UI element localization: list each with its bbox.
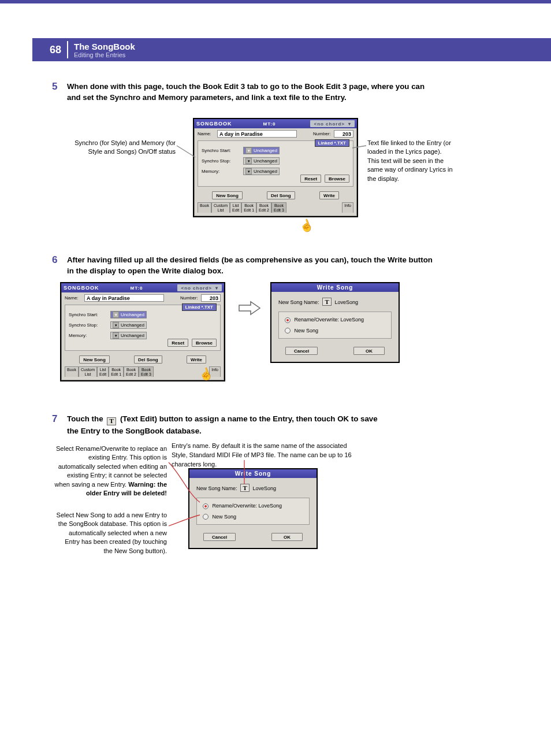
step-6-text: After having filled up all the desired f…: [67, 254, 437, 277]
number-label: Number:: [180, 295, 199, 301]
synchro-stop-label: Synchro Stop:: [69, 323, 108, 328]
callout-text-linked: Text file linked to the Entry (or loaded…: [367, 139, 454, 183]
section-subtitle: Editing the Entries: [74, 51, 135, 58]
new-song-name-value: LoveSong: [335, 299, 359, 305]
name-field[interactable]: A day in Paradise: [217, 130, 297, 138]
tab-book-edit-2[interactable]: Book Edit 2: [256, 202, 271, 213]
tab-book-edit-3[interactable]: Book Edit 3: [271, 202, 286, 213]
synchro-stop-dropdown[interactable]: ▾Unchanged: [110, 321, 147, 329]
new-song-radio[interactable]: [285, 328, 291, 333]
top-accent-bar: [0, 0, 551, 3]
step-7-number: 7: [52, 413, 57, 425]
rename-overwrite-label: Rename/Overwrite: LoveSong: [295, 317, 364, 323]
name-field[interactable]: A day in Paradise: [84, 294, 164, 302]
callout-newsong: Select New Song to add a new Entry to th…: [54, 511, 167, 555]
synchro-start-dropdown[interactable]: ▾Unchanged: [243, 147, 280, 154]
synchro-stop-dropdown[interactable]: ▾Unchanged: [243, 157, 280, 165]
songbook-panel-1: SONGBOOK MT:0 <no chord>▾ Name: A day in…: [193, 118, 358, 217]
browse-button[interactable]: Browse: [192, 339, 217, 347]
new-song-name-label: New Song Name:: [196, 486, 237, 491]
dialog-title: Write Song: [189, 469, 317, 478]
new-song-name-label: New Song Name:: [278, 299, 319, 305]
tab-list-edit[interactable]: List Edit: [230, 202, 241, 213]
mt-indicator: MT:0: [131, 286, 143, 291]
mt-indicator: MT:0: [263, 121, 276, 127]
pointer-hand-icon: ☝: [297, 216, 316, 234]
name-label: Name:: [65, 295, 82, 301]
new-song-button[interactable]: New Song: [212, 191, 243, 199]
tab-custom-list[interactable]: Custom List: [79, 366, 97, 377]
reset-button[interactable]: Reset: [300, 175, 321, 183]
ok-button[interactable]: OK: [353, 347, 385, 355]
name-label: Name:: [198, 131, 215, 136]
memory-dropdown[interactable]: ▾Unchanged: [110, 332, 147, 339]
tab-book-edit-3[interactable]: Book Edit 3: [139, 366, 154, 377]
reset-button[interactable]: Reset: [167, 339, 188, 347]
synchro-start-label: Synchro Start:: [202, 148, 241, 153]
number-field[interactable]: 203: [201, 294, 221, 302]
browse-button[interactable]: Browse: [325, 175, 349, 183]
tab-book-edit-1[interactable]: Book Edit 1: [241, 202, 256, 213]
tab-book[interactable]: Book: [65, 366, 79, 377]
text-edit-button[interactable]: T: [322, 298, 332, 306]
text-edit-icon: T: [107, 417, 116, 425]
page-number: 68: [50, 41, 68, 58]
del-song-button[interactable]: Del Song: [267, 191, 295, 199]
write-song-dialog-2: Write Song New Song Name: T LoveSong Ren…: [188, 468, 318, 549]
synchro-start-dropdown[interactable]: ▾Unchanged: [110, 311, 147, 318]
ok-button[interactable]: OK: [271, 533, 303, 541]
panel-title: SONGBOOK: [196, 121, 232, 127]
memory-label: Memory:: [202, 169, 241, 174]
number-field[interactable]: 203: [334, 130, 353, 138]
dialog-title: Write Song: [271, 283, 399, 292]
cancel-button[interactable]: Cancel: [285, 347, 318, 355]
memory-label: Memory:: [69, 333, 108, 338]
callout-rename: Select Rename/Overwrite to replace an ex…: [54, 444, 167, 498]
page-header: 68 The SongBook Editing the Entries: [32, 38, 551, 61]
rename-overwrite-radio[interactable]: [285, 317, 291, 323]
chord-indicator: <no chord>▾: [177, 284, 222, 291]
rename-overwrite-label: Rename/Overwrite: LoveSong: [213, 503, 282, 509]
text-edit-button[interactable]: T: [240, 484, 250, 492]
new-song-name-value: LoveSong: [253, 486, 277, 491]
del-song-button[interactable]: Del Song: [134, 355, 162, 364]
new-song-button[interactable]: New Song: [79, 355, 110, 364]
songbook-panel-2: SONGBOOK MT:0 <no chord>▾ Name: A day in…: [60, 282, 225, 381]
rename-overwrite-radio[interactable]: [203, 503, 209, 509]
step-5-number: 5: [52, 81, 57, 92]
synchro-stop-label: Synchro Stop:: [202, 158, 241, 164]
write-song-dialog-1: Write Song New Song Name: T LoveSong Ren…: [270, 282, 400, 363]
chord-indicator: <no chord>▾: [310, 120, 355, 127]
arrow-right-icon: [238, 301, 261, 316]
callout-synchro-memory: Synchro (for Style) and Memory (for Styl…: [60, 139, 176, 157]
tab-custom-list[interactable]: Custom List: [211, 202, 230, 213]
synchro-start-label: Synchro Start:: [69, 312, 108, 317]
step-5-text: When done with this page, touch the Book…: [67, 81, 437, 103]
new-song-radio[interactable]: [203, 514, 209, 520]
tab-list-edit[interactable]: List Edit: [97, 366, 109, 377]
panel-title: SONGBOOK: [64, 285, 99, 291]
write-button[interactable]: Write: [187, 355, 206, 364]
linked-txt-button[interactable]: Linked *.TXT: [182, 303, 217, 311]
tab-book[interactable]: Book: [198, 202, 211, 213]
step-7-text: Touch the T (Text Edit) button to assign…: [67, 413, 379, 436]
step-6-number: 6: [52, 254, 57, 266]
chapter-title: The SongBook: [74, 42, 135, 51]
new-song-label: New Song: [295, 328, 319, 333]
memory-dropdown[interactable]: ▾Unchanged: [243, 168, 280, 175]
write-button[interactable]: Write: [319, 191, 339, 199]
cancel-button[interactable]: Cancel: [203, 533, 236, 541]
tab-book-edit-1[interactable]: Book Edit 1: [109, 366, 124, 377]
tab-book-edit-2[interactable]: Book Edit 2: [124, 366, 139, 377]
number-label: Number:: [313, 131, 332, 136]
new-song-label: New Song: [213, 514, 237, 520]
entry-name-note: Entry's name. By default it is the same …: [172, 442, 362, 469]
tab-info[interactable]: Info: [342, 202, 353, 213]
linked-txt-button[interactable]: Linked *.TXT: [315, 139, 349, 147]
